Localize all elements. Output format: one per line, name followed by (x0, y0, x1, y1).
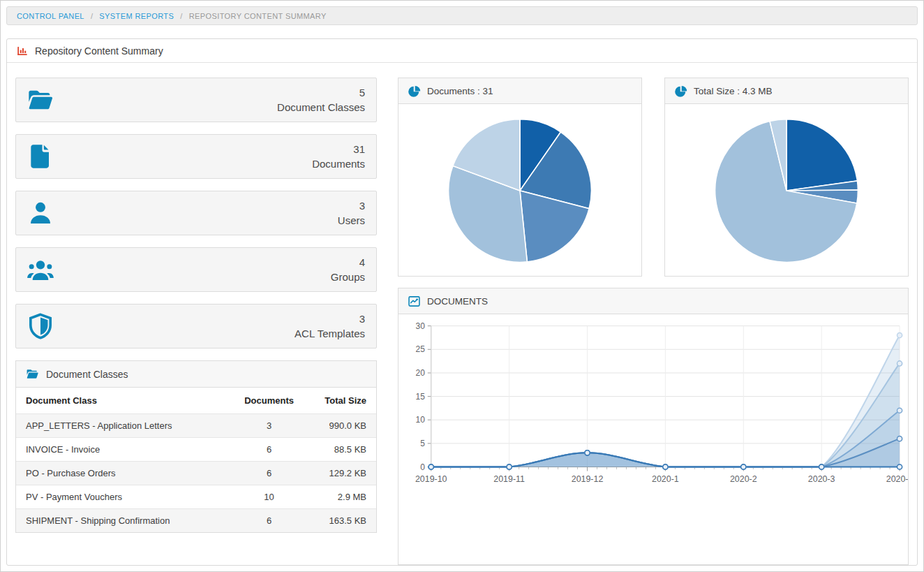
svg-text:2019-12: 2019-12 (572, 474, 604, 484)
total-size-pie-title: Total Size : 4.3 MB (694, 86, 773, 96)
cell-total-size: 990.0 KB (304, 414, 376, 438)
stat-card-acl-templates: 3 ACL Templates (15, 304, 377, 349)
file-icon (26, 142, 58, 170)
svg-text:2020-1: 2020-1 (652, 474, 679, 484)
bar-chart-icon (16, 45, 29, 57)
total-size-pie-chart[interactable] (665, 104, 908, 276)
svg-text:5: 5 (420, 439, 425, 448)
svg-text:0: 0 (420, 462, 425, 472)
cell-document-class: APP_LETTERS - Application Letters (16, 414, 234, 438)
svg-text:2020-3: 2020-3 (808, 474, 835, 484)
page-title: Repository Content Summary (35, 45, 163, 57)
documents-timeline-header: DOCUMENTS (398, 288, 908, 314)
table-row: APP_LETTERS - Application Letters 3 990.… (16, 414, 376, 438)
table-row: SHIPMENT - Shipping Confirmation 6 163.5… (16, 509, 376, 533)
breadcrumb-item[interactable]: SYSTEM REPORTS (99, 12, 174, 20)
folder-open-icon (26, 86, 58, 114)
data-point-marker[interactable] (897, 464, 902, 469)
data-point-marker[interactable] (897, 408, 902, 413)
stat-value: 3 (338, 198, 365, 213)
stat-label: Documents (312, 156, 365, 171)
stat-card-document-classes: 5 Document Classes (15, 78, 377, 122)
stat-label: ACL Templates (295, 326, 365, 341)
users-icon (26, 256, 58, 284)
stat-value: 5 (277, 85, 365, 100)
document-classes-title: Document Classes (46, 369, 128, 380)
charts-column: Documents : 31 Total Size : 4.3 MB (398, 78, 909, 565)
svg-text:10: 10 (416, 415, 426, 425)
cell-document-class: SHIPMENT - Shipping Confirmation (16, 509, 234, 533)
breadcrumb: CONTROL PANEL/SYSTEM REPORTS/REPOSITORY … (6, 6, 918, 25)
stat-value: 4 (331, 255, 365, 270)
cell-document-class: PO - Purchase Orders (16, 462, 234, 485)
table-row: PV - Payment Vouchers 10 2.9 MB (16, 485, 376, 509)
stat-label: Groups (331, 270, 365, 284)
data-point-marker[interactable] (897, 332, 902, 337)
documents-area-chart[interactable]: 0510152025302019-102019-112019-122020-12… (398, 314, 908, 500)
data-point-marker[interactable] (897, 437, 902, 441)
stat-value: 3 (295, 311, 365, 326)
page: { "colors": { "accent": "#0e87ba", "titl… (0, 0, 924, 572)
cell-total-size: 88.5 KB (304, 438, 376, 462)
stat-card-users: 3 Users (15, 191, 377, 235)
main-panel: Repository Content Summary 5 Document Cl… (6, 38, 918, 566)
document-classes-panel: Document Classes Document Class Document… (15, 360, 377, 533)
svg-text:2019-11: 2019-11 (493, 474, 525, 484)
line-chart-icon (408, 295, 421, 308)
page-header: Repository Content Summary (7, 39, 917, 63)
data-point-marker[interactable] (741, 464, 746, 469)
svg-text:25: 25 (416, 344, 426, 354)
summary-column: 5 Document Classes 31 Documents 3 Users … (15, 78, 377, 565)
pie-chart-icon (408, 85, 421, 98)
documents-pie-header: Documents : 31 (398, 78, 641, 104)
data-point-marker[interactable] (585, 450, 590, 455)
stat-label: Document Classes (277, 100, 365, 115)
stat-card-documents: 31 Documents (15, 134, 377, 179)
column-header-documents: Documents (234, 388, 304, 414)
documents-timeline-panel: DOCUMENTS 0510152025302019-102019-112019… (398, 288, 909, 565)
documents-timeline-title: DOCUMENTS (427, 296, 488, 307)
documents-pie-title: Documents : 31 (427, 86, 493, 96)
breadcrumb-item: REPOSITORY CONTENT SUMMARY (189, 12, 327, 20)
cell-document-class: PV - Payment Vouchers (16, 485, 234, 509)
folder-open-icon (26, 367, 39, 381)
table-row: INVOICE - Invoice 6 88.5 KB (16, 438, 376, 462)
stat-label: Users (338, 213, 365, 228)
cell-documents: 6 (234, 509, 304, 533)
cell-documents: 3 (234, 414, 304, 438)
data-point-marker[interactable] (897, 361, 902, 366)
cell-document-class: INVOICE - Invoice (16, 438, 234, 462)
cell-total-size: 163.5 KB (304, 509, 376, 533)
cell-total-size: 2.9 MB (304, 485, 376, 509)
stat-value: 31 (312, 142, 365, 156)
svg-text:30: 30 (416, 321, 426, 331)
table-header-row: Document Class Documents Total Size (16, 388, 376, 414)
document-classes-header: Document Classes (16, 361, 376, 388)
user-icon (26, 199, 58, 227)
svg-text:15: 15 (416, 392, 426, 402)
pie-charts-row: Documents : 31 Total Size : 4.3 MB (398, 78, 909, 277)
svg-text:2020-2: 2020-2 (730, 474, 757, 484)
data-point-marker[interactable] (663, 464, 668, 469)
data-point-marker[interactable] (507, 464, 512, 469)
cell-documents: 6 (234, 438, 304, 462)
pie-slice-APP_LETTERS[interactable] (787, 119, 857, 191)
document-classes-table: Document Class Documents Total Size APP_… (16, 388, 376, 532)
breadcrumb-separator: / (180, 12, 182, 20)
column-header-document-class: Document Class (16, 388, 234, 414)
total-size-pie-header: Total Size : 4.3 MB (665, 78, 908, 104)
table-row: PO - Purchase Orders 6 129.2 KB (16, 462, 376, 485)
cell-total-size: 129.2 KB (304, 462, 376, 485)
data-point-marker[interactable] (819, 464, 824, 469)
breadcrumb-item[interactable]: CONTROL PANEL (17, 12, 84, 20)
cell-documents: 6 (234, 462, 304, 485)
stat-cards: 5 Document Classes 31 Documents 3 Users … (15, 78, 377, 349)
shield-icon (26, 312, 58, 340)
documents-pie-chart[interactable] (398, 104, 641, 276)
pie-chart-icon (674, 85, 687, 98)
cell-documents: 10 (234, 485, 304, 509)
data-point-marker[interactable] (429, 464, 433, 469)
documents-pie-panel: Documents : 31 (398, 78, 642, 277)
content-area: 5 Document Classes 31 Documents 3 Users … (7, 64, 917, 565)
stat-card-groups: 4 Groups (15, 247, 377, 292)
